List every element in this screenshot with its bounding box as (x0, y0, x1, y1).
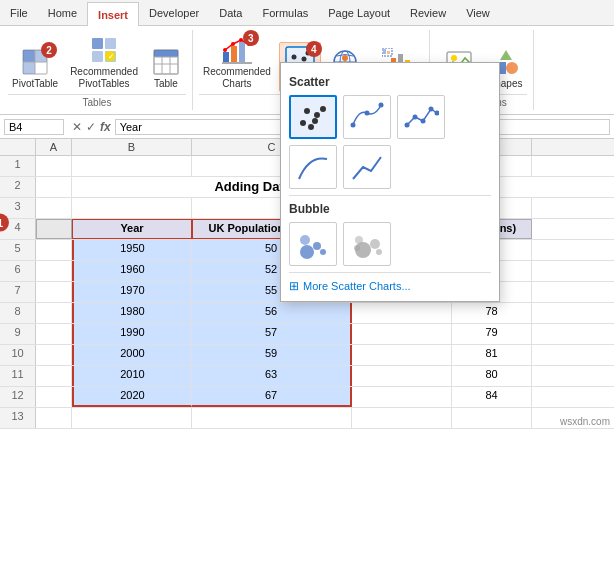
cell-c11[interactable]: 63 (192, 366, 352, 386)
svg-point-32 (291, 55, 296, 60)
svg-rect-3 (23, 62, 35, 74)
confirm-formula-icon[interactable]: ✓ (86, 120, 96, 134)
recommended-pivottables-icon: ✓ (88, 34, 120, 66)
tab-insert[interactable]: Insert (87, 2, 139, 26)
tables-group: 2 PivotTable ✓ (2, 30, 193, 110)
scatter-dropdown-panel: Scatter (280, 62, 500, 302)
cancel-formula-icon[interactable]: ✕ (72, 120, 82, 134)
svg-point-65 (300, 245, 314, 259)
tab-data[interactable]: Data (209, 1, 252, 25)
svg-point-58 (365, 111, 370, 116)
cell-d11[interactable] (352, 366, 452, 386)
table-row: 9 1990 57 79 (0, 324, 614, 345)
cell-d10[interactable] (352, 345, 452, 365)
svg-point-51 (300, 120, 306, 126)
cell-b11[interactable]: 2010 (72, 366, 192, 386)
scatter-straight-lines-button[interactable] (397, 95, 445, 139)
cell-e12[interactable]: 84 (452, 387, 532, 407)
cell-b1[interactable] (72, 156, 192, 176)
cell-c12[interactable]: 67 (192, 387, 352, 407)
cell-a12[interactable] (36, 387, 72, 407)
recommended-charts-button[interactable]: 3 RecommendedCharts (199, 32, 275, 92)
cell-b13[interactable] (72, 408, 192, 428)
tab-developer[interactable]: Developer (139, 1, 209, 25)
cell-b9[interactable]: 1990 (72, 324, 192, 344)
table-row: 11 2010 63 80 (0, 366, 614, 387)
scatter-dots-button[interactable] (289, 95, 337, 139)
cell-e13[interactable] (452, 408, 532, 428)
cell-e11[interactable]: 80 (452, 366, 532, 386)
cell-b6[interactable]: 1960 (72, 261, 192, 281)
cell-a9[interactable] (36, 324, 72, 344)
cell-e9[interactable]: 79 (452, 324, 532, 344)
cell-a6[interactable] (36, 261, 72, 281)
cell-d8[interactable] (352, 303, 452, 323)
row-number: 1 (0, 156, 36, 176)
bubble-chart-icons-row (289, 222, 491, 266)
cell-a11[interactable] (36, 366, 72, 386)
cell-a13[interactable] (36, 408, 72, 428)
cell-b5[interactable]: 1950 (72, 240, 192, 260)
table-icon (150, 46, 182, 78)
cell-a10[interactable] (36, 345, 72, 365)
svg-point-73 (376, 249, 382, 255)
tab-view[interactable]: View (456, 1, 500, 25)
cell-b8[interactable]: 1980 (72, 303, 192, 323)
svg-point-60 (405, 123, 410, 128)
col-header-b[interactable]: B (72, 139, 192, 155)
bubble-chart-button[interactable] (289, 222, 337, 266)
cell-c8[interactable]: 56 (192, 303, 352, 323)
scatter-smooth-lines-button[interactable] (343, 95, 391, 139)
cell-d9[interactable] (352, 324, 452, 344)
scatter-straight-no-dots-button[interactable] (343, 145, 391, 189)
cell-e10[interactable]: 81 (452, 345, 532, 365)
row-number: 2 (0, 177, 36, 197)
cell-a7[interactable] (36, 282, 72, 302)
scatter-curve-no-dots-button[interactable] (289, 145, 337, 189)
svg-point-53 (314, 112, 320, 118)
cell-b7[interactable]: 1970 (72, 282, 192, 302)
cell-c9[interactable]: 57 (192, 324, 352, 344)
tab-review[interactable]: Review (400, 1, 456, 25)
cell-d13[interactable] (352, 408, 452, 428)
svg-point-52 (308, 124, 314, 130)
more-scatter-charts-link[interactable]: ⊞ More Scatter Charts... (289, 279, 491, 293)
svg-point-54 (320, 106, 326, 112)
cell-a5[interactable] (36, 240, 72, 260)
tab-file[interactable]: File (0, 1, 38, 25)
cell-a3[interactable] (36, 198, 72, 218)
cell-d12[interactable] (352, 387, 452, 407)
cell-b3[interactable] (72, 198, 192, 218)
bubble-section-title: Bubble (289, 202, 491, 216)
tab-formulas[interactable]: Formulas (252, 1, 318, 25)
svg-text:✓: ✓ (108, 53, 114, 60)
cell-c10[interactable]: 59 (192, 345, 352, 365)
svg-rect-19 (231, 46, 237, 62)
cell-a1[interactable] (36, 156, 72, 176)
cell-a8[interactable] (36, 303, 72, 323)
svg-point-55 (304, 108, 310, 114)
tables-group-label: Tables (8, 94, 186, 108)
table-button[interactable]: Table (146, 44, 186, 92)
svg-rect-7 (105, 38, 116, 49)
cell-a2[interactable] (36, 177, 72, 197)
cell-b4[interactable]: Year (72, 219, 192, 239)
cell-b12[interactable]: 2020 (72, 387, 192, 407)
recommended-pivottables-button[interactable]: ✓ RecommendedPivotTables (66, 32, 142, 92)
divider (289, 195, 491, 196)
svg-marker-50 (500, 50, 512, 60)
tab-home[interactable]: Home (38, 1, 87, 25)
cell-c13[interactable] (192, 408, 352, 428)
table-row: 13 (0, 408, 614, 429)
insert-function-icon[interactable]: fx (100, 120, 111, 134)
pivot-table-button[interactable]: 2 PivotTable (8, 44, 62, 92)
cell-a4[interactable] (36, 219, 72, 239)
bubble-3d-chart-button[interactable] (343, 222, 391, 266)
cell-e8[interactable]: 78 (452, 303, 532, 323)
svg-point-70 (370, 239, 380, 249)
svg-point-49 (506, 62, 518, 74)
tab-page-layout[interactable]: Page Layout (318, 1, 400, 25)
name-box[interactable] (4, 119, 64, 135)
svg-point-61 (413, 115, 418, 120)
cell-b10[interactable]: 2000 (72, 345, 192, 365)
